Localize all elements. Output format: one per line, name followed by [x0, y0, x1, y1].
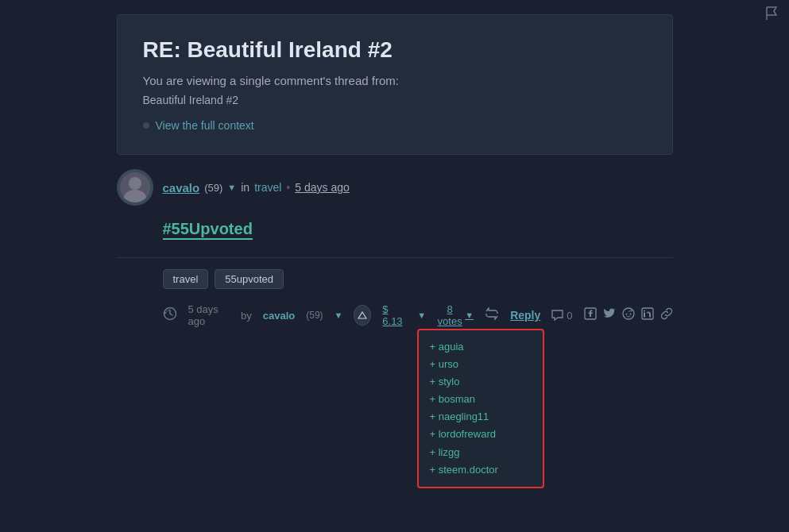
comment-count: 0 [567, 310, 572, 322]
facebook-share-icon[interactable] [584, 307, 597, 323]
payout-dropdown-icon[interactable]: ▼ [417, 310, 426, 320]
author-name[interactable]: cavalo [163, 181, 200, 195]
linkedin-share-icon[interactable] [641, 307, 654, 323]
by-text: by [241, 310, 252, 322]
viewing-thread-text: You are viewing a single comment's threa… [143, 74, 647, 87]
voter-3: + stylo [430, 373, 532, 391]
svg-rect-7 [644, 313, 645, 318]
svg-point-8 [644, 310, 645, 312]
post-header-box: RE: Beautiful Ireland #2 You are viewing… [117, 14, 673, 155]
svg-point-5 [630, 310, 632, 312]
voter-2: + urso [430, 356, 532, 373]
history-icon[interactable] [163, 306, 177, 324]
social-icons [584, 307, 673, 323]
votes-popup: + aguia + urso + stylo + bosman + naegli… [417, 329, 544, 488]
svg-point-2 [623, 308, 634, 319]
post-author-dropdown-icon[interactable]: ▼ [335, 310, 343, 320]
voter-1: + aguia [430, 338, 532, 356]
twitter-share-icon[interactable] [603, 307, 616, 323]
tag-55upvoted[interactable]: 55upvoted [215, 269, 284, 289]
hashtag-link[interactable]: #55Upvoted [163, 220, 253, 240]
post-time: 5 days ago [188, 303, 230, 327]
voter-8: + steem.doctor [430, 461, 532, 479]
comment-section: cavalo (59) ▼ in travel • 5 days ago #55… [117, 169, 673, 343]
community-link[interactable]: travel [254, 181, 281, 194]
voter-4: + bosman [430, 391, 532, 408]
bullet-icon [143, 122, 149, 129]
upvote-button[interactable] [354, 305, 371, 326]
resteem-icon[interactable] [485, 307, 499, 323]
voter-5: + naegling11 [430, 408, 532, 426]
payout-amount[interactable]: $ 6.13 [382, 303, 406, 327]
svg-point-3 [625, 314, 627, 315]
separator: • [286, 181, 290, 194]
comment-author-row: cavalo (59) ▼ in travel • 5 days ago [117, 169, 673, 206]
comment-content: #55Upvoted [163, 220, 673, 238]
copy-link-icon[interactable] [660, 307, 673, 323]
post-author-rep: (59) [306, 310, 323, 321]
tag-travel[interactable]: travel [163, 269, 209, 289]
tags-row: travel 55upvoted [163, 269, 673, 289]
author-dropdown-icon[interactable]: ▼ [227, 183, 236, 192]
voter-6: + lordofreward [430, 426, 532, 443]
votes-button[interactable]: 8 votes ▼ [437, 303, 474, 327]
voter-7: + lizgg [430, 444, 532, 461]
in-text: in [241, 181, 249, 194]
parent-post-link: Beautiful Ireland #2 [143, 94, 647, 106]
post-author-link[interactable]: cavalo [263, 310, 295, 322]
view-full-context-link[interactable]: View the full context [156, 119, 254, 132]
author-rep: (59) [204, 182, 222, 194]
divider [117, 257, 673, 258]
comment-count-button[interactable]: 0 [551, 310, 572, 322]
reddit-share-icon[interactable] [622, 307, 635, 323]
time-ago: 5 days ago [295, 181, 350, 194]
action-bar: 5 days ago by cavalo (59) ▼ $ 6.13 ▼ 8 v… [163, 303, 673, 327]
author-meta: cavalo (59) ▼ in travel • 5 days ago [163, 181, 350, 195]
avatar[interactable] [117, 169, 153, 206]
votes-dropdown-icon: ▼ [465, 310, 474, 320]
flag-icon[interactable] [765, 6, 778, 25]
avatar-inner [120, 172, 150, 202]
reply-button[interactable]: Reply [510, 309, 540, 322]
svg-point-4 [629, 314, 631, 315]
post-title: RE: Beautiful Ireland #2 [143, 37, 647, 63]
